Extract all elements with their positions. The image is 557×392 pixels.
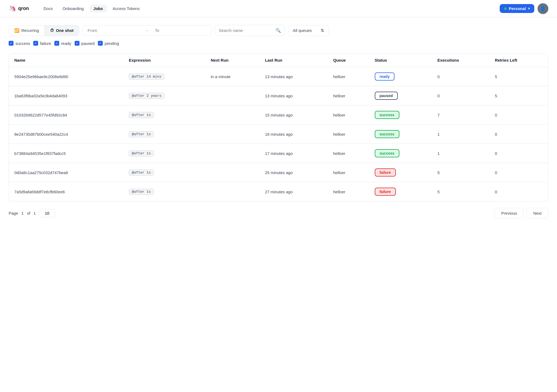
col-header-expression: Expression: [123, 54, 205, 67]
tab-recurring[interactable]: 🔁 Recurring: [9, 25, 45, 36]
cell-executions-5: 5: [432, 163, 489, 182]
of-label: of: [27, 211, 30, 215]
previous-button[interactable]: Previous: [495, 208, 524, 218]
status-label-success: success: [15, 41, 30, 46]
recurring-icon: 🔁: [14, 28, 19, 33]
status-label-failure: failure: [40, 41, 51, 46]
next-button[interactable]: Next: [526, 208, 548, 218]
cell-status-2: success: [369, 105, 432, 125]
cell-next-run-1: [205, 86, 260, 105]
cell-next-run-0: in a minute: [205, 67, 260, 86]
cell-expression-4: @after 1s: [123, 144, 205, 163]
brand-logo[interactable]: 🦄 qron: [9, 5, 29, 12]
oneshot-icon: ⏱: [50, 28, 54, 33]
filter-bar: 🔁 Recurring ⏱ One shot → 🔍 All queues ⇅: [9, 25, 548, 36]
cell-executions-1: 0: [432, 86, 489, 105]
cell-expression-2: @after 1s: [123, 105, 205, 125]
page-size-input[interactable]: [39, 209, 55, 217]
cell-status-4: success: [369, 144, 432, 163]
status-chip-ready[interactable]: ✓ ready: [54, 41, 71, 46]
cell-retries-left-6: 0: [489, 182, 548, 201]
cell-expression-6: @after 1s: [123, 182, 205, 201]
brand-name: qron: [18, 6, 29, 11]
cell-name-4: b73884a94535e1f837fadcc5: [9, 144, 123, 163]
cell-last-run-5: 25 minutes ago: [260, 163, 328, 182]
date-to-input[interactable]: [150, 25, 211, 35]
table-row[interactable]: 5904e25e96bae9c2008e8d90 @after 14 mins …: [9, 67, 548, 86]
cell-queue-0: helloer: [328, 67, 369, 86]
cell-expression-1: @after 2 years: [123, 86, 205, 105]
status-bar: ✓ success ✓ failure ✓ ready ✓ paused ✓ p…: [9, 41, 548, 46]
tab-recurring-label: Recurring: [21, 28, 39, 33]
status-label-pending: pending: [105, 41, 119, 46]
personal-button[interactable]: Personal ▾: [500, 4, 534, 13]
navbar-right: Personal ▾ 👤: [500, 3, 548, 14]
navbar: 🦄 qron Docs Onboarding Jobs Access Token…: [0, 0, 557, 17]
pagination: Page 1 of 1 Previous Next: [9, 201, 548, 218]
cell-executions-2: 7: [432, 105, 489, 125]
cell-expression-3: @after 1s: [123, 125, 205, 144]
tab-oneshot[interactable]: ⏱ One shot: [45, 25, 79, 36]
search-box: 🔍: [215, 25, 285, 36]
date-range: →: [82, 25, 211, 36]
logo-icon: 🦄: [9, 5, 16, 12]
arrow-icon: →: [144, 28, 150, 33]
nav-onboarding[interactable]: Onboarding: [59, 5, 87, 12]
nav-access-tokens[interactable]: Access Tokens: [109, 5, 144, 12]
search-input[interactable]: [219, 28, 273, 33]
cell-next-run-3: [205, 125, 260, 144]
cell-last-run-4: 17 minutes ago: [260, 144, 328, 163]
queue-select[interactable]: All queues ⇅: [288, 25, 329, 36]
nav-links: Docs Onboarding Jobs Access Tokens: [40, 5, 500, 12]
table-row[interactable]: 1ba63f6ba02a5e3b4da84093 @after 2 years …: [9, 86, 548, 105]
cell-retries-left-4: 0: [489, 144, 548, 163]
cell-name-5: 0d0a8c1aa275c032d747bea8: [9, 163, 123, 182]
tab-oneshot-label: One shot: [56, 28, 74, 33]
avatar[interactable]: 👤: [538, 3, 548, 14]
cell-last-run-1: 13 minutes ago: [260, 86, 328, 105]
table-row[interactable]: 01032b9622d577e45fd92c84 @after 1s 15 mi…: [9, 105, 548, 125]
date-from-input[interactable]: [83, 25, 144, 35]
cell-executions-0: 0: [432, 67, 489, 86]
table-row[interactable]: 0d0a8c1aa275c032d747bea8 @after 1s 25 mi…: [9, 163, 548, 182]
jobs-table: Name Expression Next Run Last Run Queue …: [9, 54, 548, 201]
cell-queue-6: helloer: [328, 182, 369, 201]
cell-expression-5: @after 1s: [123, 163, 205, 182]
status-chip-pending[interactable]: ✓ pending: [98, 41, 119, 46]
main-content: 🔁 Recurring ⏱ One shot → 🔍 All queues ⇅ …: [0, 17, 557, 226]
cell-queue-3: helloer: [328, 125, 369, 144]
page-label: Page: [9, 211, 18, 215]
col-header-last-run: Last Run: [260, 54, 328, 67]
status-chip-failure[interactable]: ✓ failure: [33, 41, 51, 46]
table-row[interactable]: 8e24730d87b00cee540a22c4 @after 1s 16 mi…: [9, 125, 548, 144]
cell-last-run-0: 13 minutes ago: [260, 67, 328, 86]
col-header-next-run: Next Run: [205, 54, 260, 67]
checkbox-paused: ✓: [75, 41, 79, 46]
table-header-row: Name Expression Next Run Last Run Queue …: [9, 54, 548, 67]
col-header-name: Name: [9, 54, 123, 67]
tab-group: 🔁 Recurring ⏱ One shot: [9, 25, 79, 36]
table-row[interactable]: 7a5d9afa69ddf7e8cfb60ee6 @after 1s 27 mi…: [9, 182, 548, 201]
cell-name-2: 01032b9622d577e45fd92c84: [9, 105, 123, 125]
cell-queue-2: helloer: [328, 105, 369, 125]
status-chip-success[interactable]: ✓ success: [9, 41, 30, 46]
nav-jobs[interactable]: Jobs: [90, 5, 107, 12]
checkbox-ready: ✓: [54, 41, 59, 46]
cell-status-5: failure: [369, 163, 432, 182]
queue-label: All queues: [293, 28, 312, 33]
cell-queue-5: helloer: [328, 163, 369, 182]
table-row[interactable]: b73884a94535e1f837fadcc5 @after 1s 17 mi…: [9, 144, 548, 163]
col-header-status: Status: [369, 54, 432, 67]
status-chip-paused[interactable]: ✓ paused: [75, 41, 95, 46]
cell-status-1: paused: [369, 86, 432, 105]
cell-next-run-6: [205, 182, 260, 201]
cell-retries-left-0: 5: [489, 67, 548, 86]
nav-docs[interactable]: Docs: [40, 5, 57, 12]
cell-queue-1: helloer: [328, 86, 369, 105]
cell-executions-4: 1: [432, 144, 489, 163]
cell-last-run-6: 27 minutes ago: [260, 182, 328, 201]
status-label-ready: ready: [61, 41, 71, 46]
checkbox-success: ✓: [9, 41, 14, 46]
total-pages: 1: [34, 211, 36, 215]
queue-chevron-icon: ⇅: [321, 28, 324, 33]
